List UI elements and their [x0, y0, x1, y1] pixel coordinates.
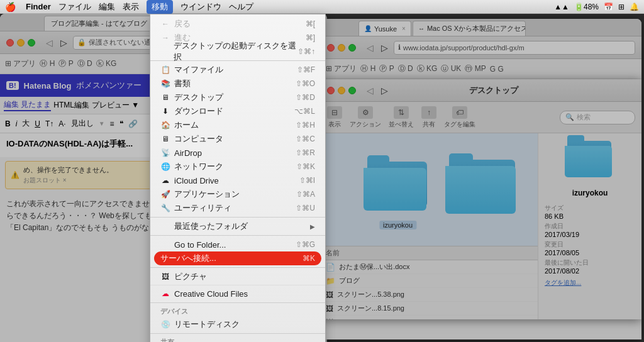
finder-fwd[interactable]: ▷: [379, 86, 390, 96]
menu-home[interactable]: 🏠 ホーム ⇧⌘H: [150, 118, 325, 132]
p-icon[interactable]: Ⓟ P: [58, 58, 73, 69]
edit-tab[interactable]: 編集 見たまま: [4, 99, 51, 111]
min-btn-r[interactable]: [338, 44, 345, 52]
menu-airdrop[interactable]: 📡 AirDrop ⇧⌘R: [150, 146, 325, 160]
titlebar-right: ◁ ▷ ℹ www.iodata.jp/support/product/hdl-…: [321, 36, 641, 59]
menu-icloud[interactable]: ☁ iCloud Drive ⇧⌘I: [150, 174, 325, 187]
tag-edit-btn[interactable]: 🏷 タグを編集: [444, 106, 475, 129]
apple-menu-icon[interactable]: 🍎: [5, 2, 16, 12]
menubar-finder[interactable]: Finder: [26, 2, 51, 11]
close-button[interactable]: [6, 39, 14, 47]
fwd-btn-r[interactable]: ▷: [379, 43, 390, 53]
link-btn[interactable]: 🔗: [128, 119, 138, 128]
finder-search-bar[interactable]: 🔍 検索: [560, 111, 635, 124]
finder-window-title: デスクトップ: [394, 85, 594, 96]
search-icon: 🔍: [565, 113, 574, 121]
mp-r[interactable]: ⓜ MP: [465, 63, 486, 74]
close-btn-r[interactable]: [327, 44, 335, 52]
menubar-go[interactable]: 移動: [147, 0, 173, 14]
kg-r[interactable]: ⓚ KG: [417, 63, 438, 74]
tab-hatena-blog[interactable]: ブログ記事編集 - はてなブログ: [44, 16, 154, 31]
file-name-0: おたまⓂ保...い出.docx: [339, 262, 552, 272]
quote-btn[interactable]: ❝: [119, 119, 123, 128]
zoom-btn-r[interactable]: [348, 44, 356, 52]
menu-downloads[interactable]: ⬇ ダウンロード ⌥⌘L: [150, 104, 325, 118]
h-r[interactable]: Ⓗ H: [360, 63, 375, 74]
menu-apps-label: アプリケーション: [174, 189, 240, 200]
d-icon[interactable]: Ⓓ D: [77, 58, 92, 69]
menu-home-label: ホーム: [174, 119, 199, 131]
tag-edit-label: タグを編集: [444, 120, 475, 129]
menu-startup-label: デスクトップの起動ディスクを選択: [174, 40, 297, 63]
tab-macosx[interactable]: ↔ Mac OS Xから本製品にアクセス... ×: [413, 21, 526, 36]
menu-select-startup[interactable]: デスクトップの起動ディスクを選択 ⇧⌘↑: [150, 45, 325, 58]
finder-back[interactable]: ◁: [365, 86, 375, 96]
devices-header: デバイス: [150, 305, 325, 317]
list-btn[interactable]: ≡: [110, 119, 114, 128]
kg-icon[interactable]: ⓚ KG: [96, 58, 117, 69]
menubar-help[interactable]: ヘルプ: [229, 1, 253, 13]
menubar-view[interactable]: 表示: [123, 1, 139, 13]
menu-remote-disk[interactable]: 💿 リモートディスク: [150, 317, 325, 331]
info-opened-label: 最後に開いた日: [545, 258, 635, 267]
menubar-right: ▲▲ 🔋48% 📅 ⊞ 🔔: [554, 3, 639, 11]
apps-r[interactable]: ⊞ アプリ: [326, 63, 357, 74]
finder-zoom[interactable]: [348, 87, 356, 94]
menu-computer[interactable]: 🖥 コンピュータ ⇧⌘C: [150, 132, 325, 146]
downloads-icon: ⬇: [160, 107, 170, 116]
add-tags-link[interactable]: タグを追加...: [545, 279, 635, 287]
menu-back[interactable]: ← 戻る ⌘[: [150, 17, 325, 31]
menu-myfiles[interactable]: 📋 マイファイル ⇧⌘F: [150, 63, 325, 77]
menu-documents[interactable]: 📚 書類 ⇧⌘O: [150, 77, 325, 91]
folder-2[interactable]: [445, 160, 521, 219]
gg-r[interactable]: G G: [490, 65, 504, 74]
html-tab[interactable]: HTML編集: [53, 100, 89, 111]
menubar-edit[interactable]: 編集: [99, 1, 115, 13]
apps-grid-icon[interactable]: ⊞ アプリ: [5, 58, 36, 69]
font-color-btn[interactable]: A·: [58, 119, 65, 128]
d-r[interactable]: Ⓓ D: [398, 63, 413, 74]
right-content: ◁ ▷ デスクトップ ⊟ 表示 ⚙ アクション ⇅ 並べ替え: [321, 79, 641, 319]
underline-btn[interactable]: U: [35, 119, 40, 128]
url-bar-right[interactable]: ℹ www.iodata.jp/support/product/hdl-gx/m: [394, 41, 635, 55]
menu-dl-shortcut: ⌥⌘L: [294, 107, 315, 116]
italic-btn[interactable]: i: [16, 119, 18, 128]
back-button[interactable]: ◁: [44, 38, 55, 48]
action-btn[interactable]: ⚙ アクション: [350, 106, 381, 129]
forward-button[interactable]: ▷: [58, 38, 69, 48]
uk-r[interactable]: ⓤ UK: [441, 63, 461, 74]
menu-network[interactable]: 🌐 ネットワーク ⇧⌘K: [150, 160, 325, 174]
view-btn[interactable]: ⊟ 表示: [327, 106, 342, 129]
p-r[interactable]: Ⓟ P: [379, 63, 394, 74]
bold-btn[interactable]: B: [5, 119, 11, 128]
share-btn[interactable]: ↑ 共有: [421, 106, 436, 129]
finder-close[interactable]: [327, 87, 335, 94]
font-up-btn[interactable]: T↑: [45, 119, 53, 128]
menu-recent-folders[interactable]: 最近使ったフォルダ ▶: [150, 219, 325, 233]
strikethrough-btn[interactable]: 大: [22, 118, 30, 129]
zoom-button[interactable]: [28, 39, 35, 47]
folder-name-izuryokou: izuryokou: [379, 221, 416, 229]
menu-connect-server[interactable]: サーバへ接続... ⌘K: [154, 251, 321, 265]
menubar-file[interactable]: ファイル: [58, 1, 91, 13]
folder-izuryokou[interactable]: izuryokou: [364, 162, 433, 218]
preview-tab[interactable]: プレビュー ▼: [92, 100, 139, 111]
sort-icon: ⇅: [394, 106, 409, 119]
menu-creative-cloud[interactable]: ☁ Creative Cloud Files: [150, 287, 325, 301]
menu-apps[interactable]: 🚀 アプリケーション ⇧⌘A: [150, 187, 325, 201]
info-size-value: 86 KB: [545, 212, 635, 220]
back-btn-r[interactable]: ◁: [365, 43, 375, 53]
h-icon[interactable]: Ⓗ H: [40, 58, 55, 69]
separator-2: [150, 217, 325, 218]
menu-utilities[interactable]: 🔧 ユーティリティ ⇧⌘U: [150, 201, 325, 215]
tab-yusuke[interactable]: 👤 Yusuke ×: [358, 21, 411, 36]
minimize-button[interactable]: [17, 39, 25, 47]
separator-6: [150, 333, 325, 334]
sort-btn[interactable]: ⇅ 並べ替え: [389, 106, 414, 129]
menu-desktop[interactable]: 🖥 デスクトップ ⇧⌘D: [150, 91, 325, 104]
tab-close[interactable]: ×: [402, 25, 406, 32]
menubar-window[interactable]: ウインドウ: [180, 1, 221, 13]
menu-pictures[interactable]: 🖼 ピクチャ: [150, 270, 325, 284]
finder-min[interactable]: [338, 87, 345, 94]
menu-goto[interactable]: Go to Folder... ⇧⌘G: [150, 238, 325, 251]
